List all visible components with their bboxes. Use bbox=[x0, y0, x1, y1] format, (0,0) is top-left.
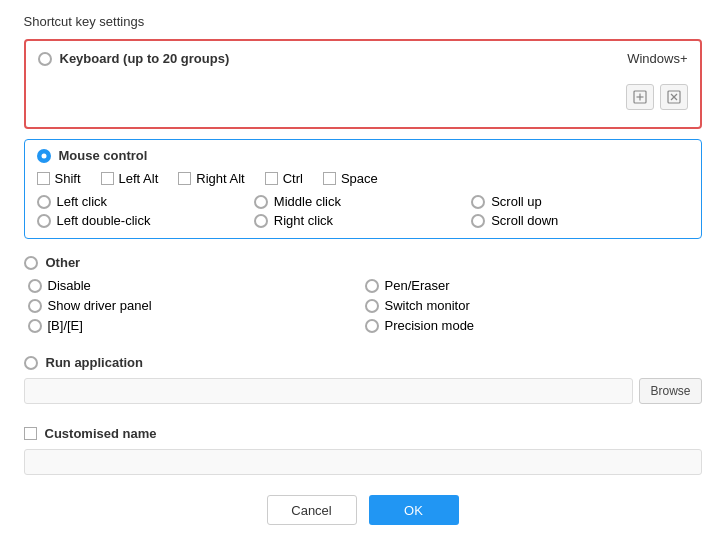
browse-button[interactable]: Browse bbox=[639, 378, 701, 404]
footer-buttons: Cancel OK bbox=[24, 495, 702, 525]
modifier-rightalt[interactable]: Right Alt bbox=[178, 171, 244, 186]
right-click-option[interactable]: Right click bbox=[254, 213, 471, 228]
precision-option[interactable]: Precision mode bbox=[365, 318, 702, 333]
right-click-label: Right click bbox=[274, 213, 333, 228]
scroll-down-label: Scroll down bbox=[491, 213, 558, 228]
run-application-input[interactable] bbox=[24, 378, 634, 404]
modifiers-row: Shift Left Alt Right Alt Ctrl Space bbox=[37, 171, 689, 186]
modifier-shift[interactable]: Shift bbox=[37, 171, 81, 186]
switch-monitor-option[interactable]: Switch monitor bbox=[365, 298, 702, 313]
left-click-option[interactable]: Left click bbox=[37, 194, 254, 209]
pen-eraser-option[interactable]: Pen/Eraser bbox=[365, 278, 702, 293]
mouse-label: Mouse control bbox=[59, 148, 148, 163]
right-click-radio[interactable] bbox=[254, 214, 268, 228]
switch-monitor-label: Switch monitor bbox=[385, 298, 470, 313]
customised-name-section: Customised name bbox=[24, 420, 702, 481]
middle-click-option[interactable]: Middle click bbox=[254, 194, 471, 209]
scroll-down-option[interactable]: Scroll down bbox=[471, 213, 688, 228]
scroll-up-label: Scroll up bbox=[491, 194, 542, 209]
ok-button[interactable]: OK bbox=[369, 495, 459, 525]
cancel-button[interactable]: Cancel bbox=[267, 495, 357, 525]
run-application-label: Run application bbox=[46, 355, 144, 370]
bie-label: [B]/[E] bbox=[48, 318, 83, 333]
ctrl-label: Ctrl bbox=[283, 171, 303, 186]
modifier-space[interactable]: Space bbox=[323, 171, 378, 186]
rightalt-label: Right Alt bbox=[196, 171, 244, 186]
disable-radio[interactable] bbox=[28, 279, 42, 293]
modifier-leftalt[interactable]: Left Alt bbox=[101, 171, 159, 186]
windows-plus-label: Windows+ bbox=[627, 51, 687, 66]
precision-label: Precision mode bbox=[385, 318, 475, 333]
show-driver-option[interactable]: Show driver panel bbox=[28, 298, 365, 313]
scroll-up-radio[interactable] bbox=[471, 195, 485, 209]
show-driver-radio[interactable] bbox=[28, 299, 42, 313]
bie-option[interactable]: [B]/[E] bbox=[28, 318, 365, 333]
mouse-radio[interactable] bbox=[37, 149, 51, 163]
space-checkbox[interactable] bbox=[323, 172, 336, 185]
keyboard-section: Keyboard (up to 20 groups) Windows+ bbox=[24, 39, 702, 129]
other-radio[interactable] bbox=[24, 256, 38, 270]
run-application-section: Run application Browse bbox=[24, 349, 702, 410]
customised-name-checkbox[interactable] bbox=[24, 427, 37, 440]
bie-radio[interactable] bbox=[28, 319, 42, 333]
pen-eraser-label: Pen/Eraser bbox=[385, 278, 450, 293]
left-click-radio[interactable] bbox=[37, 195, 51, 209]
rightalt-checkbox[interactable] bbox=[178, 172, 191, 185]
other-label: Other bbox=[46, 255, 81, 270]
precision-radio[interactable] bbox=[365, 319, 379, 333]
disable-label: Disable bbox=[48, 278, 91, 293]
ctrl-checkbox[interactable] bbox=[265, 172, 278, 185]
shift-label: Shift bbox=[55, 171, 81, 186]
left-click-label: Left click bbox=[57, 194, 108, 209]
mouse-section: Mouse control Shift Left Alt Right Alt C… bbox=[24, 139, 702, 239]
space-label: Space bbox=[341, 171, 378, 186]
pen-eraser-radio[interactable] bbox=[365, 279, 379, 293]
left-double-click-radio[interactable] bbox=[37, 214, 51, 228]
middle-click-label: Middle click bbox=[274, 194, 341, 209]
leftalt-label: Left Alt bbox=[119, 171, 159, 186]
left-double-click-option[interactable]: Left double-click bbox=[37, 213, 254, 228]
customised-name-label: Customised name bbox=[45, 426, 157, 441]
keyboard-radio[interactable] bbox=[38, 52, 52, 66]
run-application-radio[interactable] bbox=[24, 356, 38, 370]
scroll-down-radio[interactable] bbox=[471, 214, 485, 228]
disable-option[interactable]: Disable bbox=[28, 278, 365, 293]
scroll-up-option[interactable]: Scroll up bbox=[471, 194, 688, 209]
add-keyboard-button[interactable] bbox=[626, 84, 654, 110]
keyboard-label: Keyboard (up to 20 groups) bbox=[60, 51, 230, 66]
leftalt-checkbox[interactable] bbox=[101, 172, 114, 185]
delete-keyboard-button[interactable] bbox=[660, 84, 688, 110]
switch-monitor-radio[interactable] bbox=[365, 299, 379, 313]
other-options-grid: Disable Pen/Eraser Show driver panel Swi… bbox=[24, 278, 702, 333]
left-double-click-label: Left double-click bbox=[57, 213, 151, 228]
dialog-title: Shortcut key settings bbox=[24, 14, 702, 29]
other-section: Other Disable Pen/Eraser Show driver pan… bbox=[24, 249, 702, 339]
customised-name-input[interactable] bbox=[24, 449, 702, 475]
mouse-clicks-grid: Left click Middle click Scroll up Left d… bbox=[37, 194, 689, 228]
modifier-ctrl[interactable]: Ctrl bbox=[265, 171, 303, 186]
show-driver-label: Show driver panel bbox=[48, 298, 152, 313]
middle-click-radio[interactable] bbox=[254, 195, 268, 209]
shift-checkbox[interactable] bbox=[37, 172, 50, 185]
